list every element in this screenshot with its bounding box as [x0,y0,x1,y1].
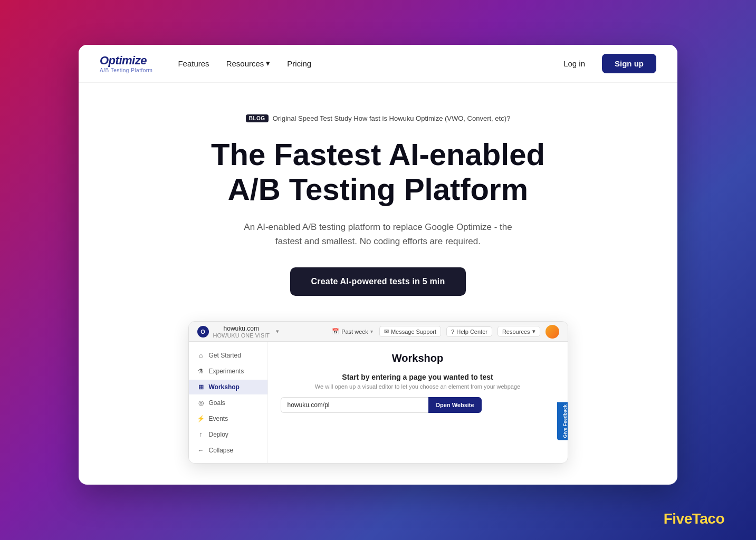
app-domain: howuku.com [213,325,270,332]
app-topbar: O howuku.com HOWUKU ONE VISIT ▾ 📅 Past w… [189,322,568,342]
resources-btn[interactable]: Resources ▾ [497,326,540,337]
app-subdomain: HOWUKU ONE VISIT [213,332,270,339]
navbar: Optimize A/B Testing Platform Features R… [79,45,677,83]
app-screenshot-container: O howuku.com HOWUKU ONE VISIT ▾ 📅 Past w… [188,321,568,464]
sidebar-item-deploy[interactable]: ↑ Deploy [189,427,267,442]
app-logo-icon: O [197,326,209,338]
sidebar-item-workshop[interactable]: ⊞ Workshop [189,380,267,394]
target-icon: ◎ [197,399,205,407]
sidebar-item-experiments[interactable]: ⚗ Experiments [189,364,267,379]
nav-features[interactable]: Features [178,59,209,68]
hero-subtitle: An AI-enabled A/B testing platform to re… [231,220,526,248]
date-filter-icon: 📅 [332,328,339,335]
message-support-btn[interactable]: ✉ Message Support [379,326,441,337]
cta-button[interactable]: Create AI-powered tests in 5 min [290,267,466,296]
avatar [546,325,559,339]
logo-tagline: A/B Testing Platform [100,68,152,73]
flask-icon: ⚗ [197,368,205,375]
nav-actions: Log in Sign up [555,54,656,73]
open-website-button[interactable]: Open Website [428,397,482,413]
sidebar-label-experiments: Experiments [209,368,244,375]
sidebar-item-goals[interactable]: ◎ Goals [189,396,267,410]
workshop-instruction-label: Start by entering a page you wanted to t… [281,373,555,381]
home-icon: ⌂ [197,352,205,359]
app-sidebar: ⌂ Get Started ⚗ Experiments ⊞ Workshop [189,342,268,463]
sidebar-item-collapse[interactable]: ← Collapse [189,443,267,458]
blog-badge: BLOG Original Speed Test Study How fast … [246,114,511,122]
workshop-instruction-sub: We will open up a visual editor to let y… [281,383,555,390]
resources-label: Resources [502,329,530,335]
blog-text: Original Speed Test Study How fast is Ho… [273,114,511,122]
date-filter[interactable]: 📅 Past week ▾ [332,328,373,335]
feedback-tab[interactable]: Give Feedback [557,402,568,440]
sidebar-label-get-started: Get Started [209,352,241,359]
message-support-label: Message Support [391,329,436,335]
help-center-btn[interactable]: ? Help Center [446,326,492,337]
nav-pricing[interactable]: Pricing [287,59,311,68]
date-filter-label: Past week [341,329,368,335]
sidebar-label-workshop: Workshop [209,383,240,391]
date-filter-chevron: ▾ [370,329,373,334]
fivetaco-first: Five [664,510,692,527]
fivetaco-second: Taco [692,510,724,527]
sidebar-label-goals: Goals [209,399,225,407]
app-main: Workshop Start by entering a page you wa… [268,342,568,463]
sidebar-item-get-started[interactable]: ⌂ Get Started [189,348,267,363]
message-icon: ✉ [384,328,389,335]
sidebar-label-events: Events [209,415,228,422]
app-screenshot: O howuku.com HOWUKU ONE VISIT ▾ 📅 Past w… [188,321,568,464]
sidebar-item-events[interactable]: ⚡ Events [189,411,267,426]
workshop-title: Workshop [281,352,555,364]
resources-chevron-icon: ▾ [532,328,535,335]
help-icon: ? [451,329,454,335]
nav-links: Features Resources ▾ Pricing [178,59,555,68]
logo-area: Optimize A/B Testing Platform [100,54,152,73]
upload-icon: ↑ [197,431,205,438]
sidebar-label-deploy: Deploy [209,431,228,438]
hero-title: The Fastest AI-enabled A/B Testing Platf… [194,137,563,207]
login-button[interactable]: Log in [555,55,594,72]
dropdown-arrow-icon: ▾ [276,328,279,335]
hero-section: BLOG Original Speed Test Study How fast … [79,83,677,485]
app-topbar-left: O howuku.com HOWUKU ONE VISIT ▾ [197,325,326,339]
blog-tag: BLOG [246,114,269,122]
nav-resources[interactable]: Resources ▾ [226,59,271,68]
sidebar-label-collapse: Collapse [209,447,234,454]
url-input-row: Open Website [281,397,555,413]
chevron-down-icon: ▾ [266,59,270,68]
app-topbar-right: ✉ Message Support ? Help Center Resource… [379,325,559,339]
arrow-left-icon: ← [197,447,205,454]
app-body: ⌂ Get Started ⚗ Experiments ⊞ Workshop [189,342,568,463]
fivetaco-logo: FiveTaco [664,510,724,527]
logo-name: Optimize [100,54,152,68]
help-center-label: Help Center [456,329,487,335]
main-container: Optimize A/B Testing Platform Features R… [79,45,677,485]
footer-brand: FiveTaco [664,510,724,527]
app-domain-area: howuku.com HOWUKU ONE VISIT [213,325,270,339]
signup-button[interactable]: Sign up [602,54,656,73]
grid-icon: ⊞ [197,383,205,391]
url-input[interactable] [281,397,428,413]
activity-icon: ⚡ [197,415,205,422]
